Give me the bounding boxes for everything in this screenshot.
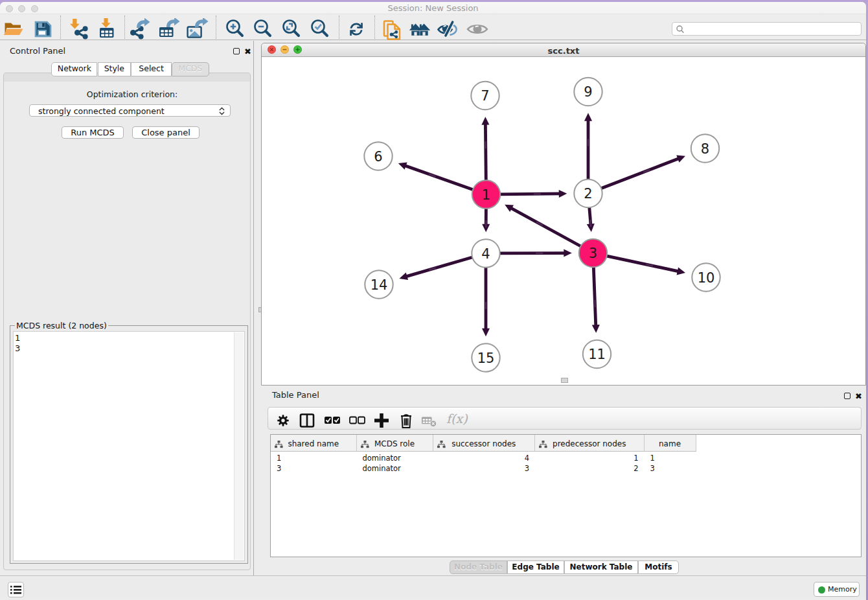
zoom-selected-button[interactable] (309, 18, 331, 40)
memory-button[interactable]: Memory (814, 582, 860, 597)
edge-2-8[interactable] (600, 159, 679, 189)
result-item[interactable]: 3 (14, 343, 244, 354)
table-cell[interactable]: 3 (645, 464, 696, 473)
close-panel-button[interactable]: Close panel (132, 126, 200, 139)
edge-arrowhead (559, 190, 567, 198)
table-row[interactable]: 3dominator323 (271, 464, 861, 474)
table-cell[interactable]: 2 (535, 464, 645, 473)
table-cell[interactable]: 1 (271, 454, 357, 463)
titlebar: Session: New Session (0, 2, 866, 14)
edge-1-6[interactable] (405, 165, 474, 190)
edge-arrowhead (564, 249, 572, 257)
edge-3-1[interactable] (510, 208, 581, 247)
table-cell[interactable]: 1 (535, 454, 645, 463)
select-all-checks-button[interactable] (323, 411, 342, 430)
edge-arrowhead (482, 329, 490, 337)
hide-graphics-details-button[interactable] (437, 18, 459, 40)
node-label: 14 (371, 277, 388, 293)
add-button[interactable] (372, 411, 391, 430)
open-session-button[interactable] (3, 18, 25, 40)
table-close-icon[interactable]: ✖ (855, 393, 862, 400)
optimization-criterion-select[interactable]: strongly connected component (29, 104, 231, 117)
node-label: 4 (481, 246, 490, 262)
zoom-out-button[interactable] (252, 18, 274, 40)
column-header-label: shared name (271, 439, 356, 448)
column-header-successor-nodes[interactable]: successor nodes (433, 435, 536, 452)
mcds-result-group: MCDS result (2 nodes) 13 (10, 325, 248, 564)
edge-label-tick (485, 141, 487, 148)
result-scrollbar-track[interactable] (234, 332, 244, 560)
tab-network[interactable]: Network (51, 62, 97, 76)
column-header-predecessor-nodes[interactable]: predecessor nodes (535, 435, 645, 452)
canvas-splitter-grip[interactable] (561, 378, 568, 383)
edge-4-14[interactable] (406, 257, 474, 277)
hide-graphics-details-icon (437, 18, 459, 40)
import-table-button[interactable] (96, 18, 118, 40)
table-cell[interactable]: dominator (357, 464, 433, 473)
edge-1-7[interactable] (485, 124, 486, 181)
node-label: 8 (701, 141, 709, 157)
run-mcds-button[interactable]: Run MCDS (62, 126, 124, 139)
table-tabs: Node TableEdge TableNetwork TableMotifs (261, 560, 866, 574)
tab-network-table[interactable]: Network Table (564, 560, 638, 574)
tab-style[interactable]: Style (98, 62, 131, 76)
deselect-checks-button[interactable] (347, 411, 367, 430)
table-cell[interactable]: 1 (645, 454, 696, 463)
edge-3-10[interactable] (606, 256, 679, 271)
show-all-networks-icon (409, 18, 431, 40)
table-row[interactable]: 1dominator411 (271, 454, 861, 464)
show-graphics-details-button[interactable] (466, 18, 488, 40)
column-header-label: successor nodes (433, 439, 535, 448)
result-item[interactable]: 1 (14, 333, 244, 343)
tab-motifs[interactable]: Motifs (638, 560, 679, 574)
export-network-button[interactable] (130, 18, 152, 40)
window-title: Session: New Session (0, 3, 866, 13)
close-panel-icon[interactable]: ✖ (244, 49, 251, 55)
search-input[interactable] (672, 22, 862, 36)
node-label: 9 (584, 84, 592, 100)
zoom-fit-button[interactable] (280, 18, 303, 40)
mcds-result-list[interactable]: 13 (13, 331, 245, 561)
save-session-button[interactable] (32, 18, 54, 40)
table-float-icon[interactable] (844, 393, 851, 399)
save-session-icon (32, 18, 54, 40)
control-panel-header: Control Panel ✖ (0, 41, 253, 62)
column-header-label: MCDS role (357, 439, 433, 448)
export-image-button[interactable] (187, 18, 209, 40)
table-cell[interactable]: 3 (433, 464, 536, 473)
network-window-titlebar: scc.txt (262, 43, 865, 57)
tab-select[interactable]: Select (131, 62, 172, 76)
zoom-in-button[interactable] (224, 18, 246, 40)
edge-1-2[interactable] (499, 194, 560, 194)
delete-table-button (420, 411, 439, 430)
search-icon (676, 25, 685, 34)
table-cell[interactable]: 4 (433, 454, 536, 463)
column-header-shared-name[interactable]: shared name (271, 435, 357, 452)
optimization-criterion-label: Optimization criterion: (9, 89, 255, 99)
split-columns-button[interactable] (297, 411, 317, 430)
refresh-button[interactable] (345, 18, 367, 40)
clone-network-button[interactable] (381, 18, 403, 40)
table-cell[interactable]: 3 (271, 464, 357, 473)
clone-network-icon (381, 18, 403, 40)
float-panel-icon[interactable] (233, 48, 240, 54)
table-toolbar: f(x) (268, 407, 862, 430)
node-label: 15 (477, 351, 495, 366)
toolbar-separator (60, 16, 61, 39)
column-header-name[interactable]: name (645, 435, 696, 452)
edge-3-11[interactable] (593, 266, 596, 326)
refresh-icon (345, 18, 367, 40)
tab-edge-table[interactable]: Edge Table (507, 560, 564, 574)
column-header-MCDS-role[interactable]: MCDS role (357, 435, 433, 452)
table-cell[interactable]: dominator (357, 454, 433, 463)
show-all-networks-button[interactable] (409, 18, 431, 40)
export-table-button[interactable] (159, 18, 181, 40)
main-toolbar (0, 14, 866, 40)
import-network-button[interactable] (67, 18, 89, 40)
network-canvas[interactable]: 1234678910111415 (262, 57, 865, 385)
tab-node-table[interactable]: Node Table (450, 560, 507, 574)
task-history-button[interactable] (8, 582, 24, 597)
delete-button[interactable] (396, 411, 416, 430)
settings-button[interactable] (273, 411, 293, 430)
tab-mcds[interactable]: MCDS (172, 62, 209, 76)
